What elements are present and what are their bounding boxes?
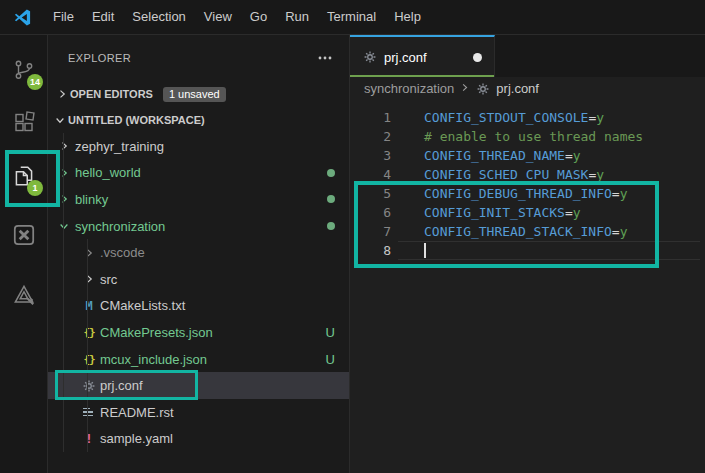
line-number: 5 (350, 184, 391, 203)
code-line[interactable]: 1 CONFIG_STDOUT_CONSOLE=y (350, 108, 705, 127)
chevron-down-icon (56, 218, 72, 234)
gear-icon (362, 49, 378, 65)
breadcrumb-folder[interactable]: synchronization (364, 81, 454, 96)
menu-help[interactable]: Help (385, 0, 430, 34)
tab-prj-conf[interactable]: prj.conf (350, 35, 495, 77)
line-number: 4 (350, 165, 391, 184)
modified-dot-badge (327, 169, 335, 177)
cmake-file-icon: M (81, 298, 97, 314)
unsaved-dot-icon[interactable] (473, 53, 482, 62)
code-token: y (620, 186, 628, 201)
explorer-changes-badge: 1 (27, 180, 43, 196)
menu-terminal[interactable]: Terminal (318, 0, 385, 34)
explorer-icon[interactable]: 1 (0, 156, 47, 196)
file-tree: zephyr_training hello_world blinky synch… (48, 133, 349, 452)
json-file-icon: {} (81, 351, 97, 367)
line-number: 2 (350, 127, 391, 146)
tree-item-prj-conf[interactable]: prj.conf (48, 372, 349, 399)
tree-item-cmakepresets-json[interactable]: {} CMakePresets.json U (48, 319, 349, 346)
code-line[interactable]: 4 CONFIG_SCHED_CPU_MASK=y (350, 165, 705, 184)
tree-item--vscode[interactable]: .vscode (48, 239, 349, 266)
menu-go[interactable]: Go (241, 0, 276, 34)
code-line[interactable]: 3 CONFIG_THREAD_NAME=y (350, 146, 705, 165)
code-line[interactable]: 8 (350, 241, 705, 260)
chevron-right-icon (56, 138, 72, 154)
tab-bar: prj.conf (350, 35, 705, 77)
x-extension-icon[interactable] (0, 215, 47, 255)
code-token: = (612, 186, 620, 201)
chevron-right-icon (56, 165, 72, 181)
modified-dot-badge (327, 195, 335, 203)
tab-label: prj.conf (384, 50, 427, 65)
chevron-right-icon (81, 271, 97, 287)
extensions-icon[interactable] (0, 102, 47, 142)
sidebar-header: EXPLORER (48, 35, 349, 81)
code-token: y (596, 110, 604, 125)
code-line[interactable]: 7 CONFIG_THREAD_STACK_INFO=y (350, 222, 705, 241)
code-token: y (596, 167, 604, 182)
breadcrumb-file[interactable]: prj.conf (496, 81, 539, 96)
workspace-section[interactable]: UNTITLED (WORKSPACE) (48, 107, 349, 133)
menu-edit[interactable]: Edit (83, 0, 123, 34)
unsaved-count-badge: 1 unsaved (163, 87, 226, 102)
menu-file[interactable]: File (44, 0, 83, 34)
line-number: 6 (350, 203, 391, 222)
more-actions-icon[interactable] (317, 50, 333, 66)
open-editors-section[interactable]: OPEN EDITORS 1 unsaved (48, 81, 349, 107)
tree-item-readme-rst[interactable]: README.rst (48, 399, 349, 426)
scm-changes-badge: 14 (27, 74, 43, 90)
line-number: 7 (350, 222, 391, 241)
readme-file-icon (81, 404, 97, 420)
mcuxpresso-icon[interactable] (0, 275, 47, 315)
source-control-icon[interactable]: 14 (0, 50, 47, 90)
activity-bar: 14 1 (0, 35, 48, 473)
code-token: = (565, 205, 573, 220)
vscode-logo-icon (0, 8, 44, 27)
tree-item-zephyr-training[interactable]: zephyr_training (48, 133, 349, 160)
menu-run[interactable]: Run (276, 0, 318, 34)
code-token: CONFIG_INIT_STACKS (424, 205, 565, 220)
gear-file-icon (81, 378, 97, 394)
code-token: = (612, 224, 620, 239)
text-cursor (424, 243, 426, 258)
code-token: CONFIG_THREAD_NAME (424, 148, 565, 163)
tree-item-blinky[interactable]: blinky (48, 186, 349, 213)
code-line[interactable]: 5 CONFIG_DEBUG_THREAD_INFO=y (350, 184, 705, 203)
tree-item-hello-world[interactable]: hello_world (48, 160, 349, 187)
titlebar: FileEditSelectionViewGoRunTerminalHelp (0, 0, 705, 35)
code-token: = (565, 148, 573, 163)
tree-item-sample-yaml[interactable]: ! sample.yaml (48, 426, 349, 453)
gear-icon (475, 81, 491, 97)
code-token: CONFIG_DEBUG_THREAD_INFO (424, 186, 612, 201)
menu-selection[interactable]: Selection (123, 0, 194, 34)
yaml-file-icon: ! (81, 431, 97, 447)
breadcrumb: synchronization prj.conf (350, 77, 705, 100)
editor-group: prj.conf synchronization prj.conf 1 CONF… (349, 35, 705, 473)
chevron-down-icon (52, 112, 68, 128)
menu-view[interactable]: View (195, 0, 241, 34)
chevron-right-icon (459, 81, 470, 96)
code-editor[interactable]: 1 CONFIG_STDOUT_CONSOLE=y 2 # enable to … (350, 100, 705, 260)
code-token: CONFIG_SCHED_CPU_MASK (424, 167, 588, 182)
git-status-badge: U (326, 352, 335, 367)
tree-item-cmakelists-txt[interactable]: M CMakeLists.txt (48, 293, 349, 320)
modified-dot-badge (327, 222, 335, 230)
code-token: CONFIG_THREAD_STACK_INFO (424, 224, 612, 239)
code-token: y (573, 148, 581, 163)
chevron-right-icon (54, 86, 70, 102)
code-line[interactable]: 2 # enable to use thread names (350, 127, 705, 146)
tree-item-synchronization[interactable]: synchronization (48, 213, 349, 240)
json-file-icon: {} (81, 324, 97, 340)
sidebar-title: EXPLORER (68, 52, 131, 64)
open-editors-label: OPEN EDITORS (70, 88, 153, 100)
chevron-right-icon (56, 191, 72, 207)
line-number: 3 (350, 146, 391, 165)
current-line-highlight (398, 241, 700, 260)
code-line[interactable]: 6 CONFIG_INIT_STACKS=y (350, 203, 705, 222)
tree-item-mcux-include-json[interactable]: {} mcux_include.json U (48, 346, 349, 373)
tree-item-src[interactable]: src (48, 266, 349, 293)
code-token: y (620, 224, 628, 239)
workspace-label: UNTITLED (WORKSPACE) (68, 114, 205, 126)
line-number: 8 (350, 241, 391, 260)
sidebar-explorer: EXPLORER OPEN EDITORS 1 unsaved UNTITLED… (48, 35, 349, 473)
